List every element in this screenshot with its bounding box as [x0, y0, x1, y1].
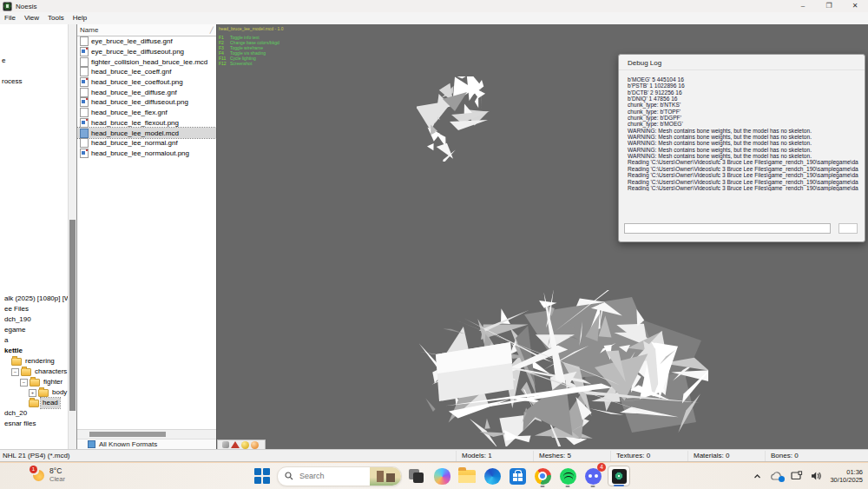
- titlebar: Noesis – ❐ ✕: [0, 0, 868, 12]
- 3d-viewport[interactable]: head_bruce_lee_model.mcd - 1.0F1Toggle i…: [217, 24, 868, 450]
- file-list-header[interactable]: Name ╱: [77, 24, 216, 36]
- tree-item-a[interactable]: a: [0, 335, 69, 346]
- tree-item-alk-2025-1080p-wei[interactable]: alk (2025) [1080p] [WEI: [0, 294, 69, 304]
- edge-button[interactable]: [482, 466, 503, 486]
- mesh-model-main: [413, 290, 708, 446]
- weather-badge: 1: [30, 466, 37, 473]
- tree-item-rocess[interactable]: rocess: [0, 76, 69, 87]
- close-button[interactable]: ✕: [842, 0, 868, 12]
- debug-log-window[interactable]: Debug Log b'MOEG' 5 445104 16b'PSTB' 1 1…: [618, 54, 865, 242]
- file-icon: [80, 129, 89, 138]
- tree-item-characters[interactable]: −characters: [0, 367, 69, 377]
- file-row-fighter-collision-head-bruce-lee-mcd[interactable]: fighter_collision_head_bruce_lee.mcd: [77, 56, 216, 67]
- folder-icon: [38, 389, 49, 397]
- collapse-icon[interactable]: −: [20, 379, 28, 387]
- paint-icon[interactable]: [222, 441, 229, 448]
- file-icon: [80, 108, 89, 117]
- microsoft-store-button[interactable]: [507, 466, 528, 486]
- file-row-head-bruce-lee-diffuseout-png[interactable]: head_bruce_lee_diffuseout.png: [77, 97, 216, 108]
- chrome-button[interactable]: [532, 466, 553, 486]
- onedrive-sync-badge: [779, 476, 785, 482]
- tree-item-dch-20[interactable]: dch_20: [0, 408, 69, 419]
- windows-logo-icon: [253, 467, 271, 485]
- debug-log-output: b'MOEG' 5 445104 16b'PSTB' 1 1022896 16b…: [619, 70, 865, 191]
- file-icon: [80, 36, 89, 46]
- noesis-taskbar-button[interactable]: [608, 466, 630, 486]
- folder-tree: erocessalk (2025) [1080p] [WEIee Filesdc…: [0, 24, 69, 450]
- file-row-head-bruce-lee-coeff-gnf[interactable]: head_bruce_lee_coeff.gnf: [77, 67, 216, 77]
- debug-command-input[interactable]: [624, 223, 831, 234]
- tree-item-esnar-files[interactable]: esnar files: [0, 419, 69, 429]
- tree-item-ee-files[interactable]: ee Files: [0, 304, 69, 314]
- material-icon[interactable]: [241, 441, 249, 449]
- minimize-button[interactable]: –: [790, 0, 816, 12]
- file-explorer-icon: [458, 470, 476, 483]
- file-list-panel: Name ╱ eye_bruce_lee_diffuse.gnfeye_bruc…: [77, 24, 217, 450]
- file-list-hscrollbar-thumb[interactable]: [89, 432, 166, 437]
- taskbar-search[interactable]: [277, 466, 402, 486]
- tree-item-fighter[interactable]: −fighter: [0, 377, 69, 387]
- copilot-button[interactable]: [431, 466, 452, 486]
- tree-scrollbar[interactable]: [68, 24, 76, 450]
- file-row-head-bruce-lee-flex-gnf[interactable]: head_bruce_lee_flex.gnf: [77, 108, 216, 118]
- file-row-head-bruce-lee-flexout-png[interactable]: head_bruce_lee_flexout.png: [77, 118, 216, 129]
- spotify-button[interactable]: [557, 466, 578, 486]
- tree-scrollbar-thumb[interactable]: [69, 220, 76, 411]
- file-row-head-bruce-lee-coeffout-png[interactable]: head_bruce_lee_coeffout.png: [77, 77, 216, 88]
- tray-chevron-icon[interactable]: [753, 472, 762, 481]
- discord-badge: 4: [597, 463, 606, 472]
- image-file-icon: [80, 118, 89, 128]
- file-list: eye_bruce_lee_diffuse.gnfeye_bruce_lee_d…: [77, 36, 216, 429]
- expand-icon[interactable]: +: [29, 389, 36, 397]
- chrome-icon: [535, 468, 551, 485]
- file-row-eye-bruce-lee-diffuseout-png[interactable]: eye_bruce_lee_diffuseout.png: [77, 47, 216, 57]
- light-icon[interactable]: [251, 441, 259, 449]
- clock[interactable]: 01:36 30/10/2025: [830, 468, 863, 484]
- file-row-head-bruce-lee-normal-gnf[interactable]: head_bruce_lee_normal.gnf: [77, 138, 216, 149]
- stat-bones: Bones: 0: [765, 451, 842, 461]
- tree-item-rendering[interactable]: rendering: [0, 356, 69, 367]
- debug-log-title[interactable]: Debug Log: [619, 55, 865, 70]
- task-view-button[interactable]: [406, 466, 427, 486]
- tree-item-e[interactable]: e: [0, 56, 69, 66]
- menu-file[interactable]: File: [0, 12, 20, 24]
- onedrive-icon[interactable]: [770, 472, 783, 481]
- noesis-window: Noesis – ❐ ✕ FileViewToolsHelp erocessal…: [0, 0, 868, 462]
- image-file-icon: [80, 149, 89, 158]
- file-icon: [80, 57, 89, 67]
- network-icon[interactable]: [791, 471, 803, 481]
- mesh-icon[interactable]: [231, 441, 240, 448]
- menu-tools[interactable]: Tools: [43, 12, 69, 24]
- menu-help[interactable]: Help: [69, 12, 91, 24]
- taskbar: 1 8°C Clear: [0, 463, 868, 489]
- file-row-head-bruce-lee-normalout-png[interactable]: head_bruce_lee_normalout.png: [77, 149, 216, 159]
- file-list-hscrollbar[interactable]: [77, 429, 216, 439]
- tree-item-body[interactable]: +body: [0, 387, 69, 398]
- maximize-button[interactable]: ❐: [816, 0, 842, 12]
- task-view-icon: [409, 469, 424, 483]
- file-icon: [80, 67, 89, 76]
- tree-item-head[interactable]: head: [0, 398, 69, 408]
- screen: Noesis – ❐ ✕ FileViewToolsHelp erocessal…: [0, 0, 868, 489]
- search-input[interactable]: [298, 471, 362, 481]
- file-row-head-bruce-lee-model-mcd[interactable]: head_bruce_lee_model.mcd: [77, 128, 216, 138]
- weather-temperature: 8°C: [49, 466, 65, 475]
- discord-button[interactable]: 4: [582, 466, 603, 486]
- copilot-icon: [434, 468, 450, 485]
- spotify-icon: [560, 468, 576, 485]
- menu-view[interactable]: View: [20, 12, 43, 24]
- tree-item-egame[interactable]: egame: [0, 325, 69, 335]
- start-button[interactable]: [252, 466, 273, 486]
- stat-textures: Textures: 0: [610, 451, 687, 461]
- file-row-head-bruce-lee-diffuse-gnf[interactable]: head_bruce_lee_diffuse.gnf: [77, 87, 216, 97]
- search-daily-image[interactable]: [370, 467, 401, 486]
- volume-icon[interactable]: [811, 471, 822, 481]
- weather-widget[interactable]: 1 8°C Clear: [31, 466, 65, 484]
- file-explorer-button[interactable]: [457, 466, 477, 486]
- tree-item-kettle[interactable]: kettle: [0, 346, 69, 356]
- collapse-icon[interactable]: −: [11, 368, 19, 376]
- tree-item-dch-190[interactable]: dch_190: [0, 314, 69, 325]
- file-row-eye-bruce-lee-diffuse-gnf[interactable]: eye_bruce_lee_diffuse.gnf: [77, 36, 216, 47]
- name-column-header[interactable]: Name: [80, 26, 98, 34]
- debug-log-grip[interactable]: [838, 223, 858, 234]
